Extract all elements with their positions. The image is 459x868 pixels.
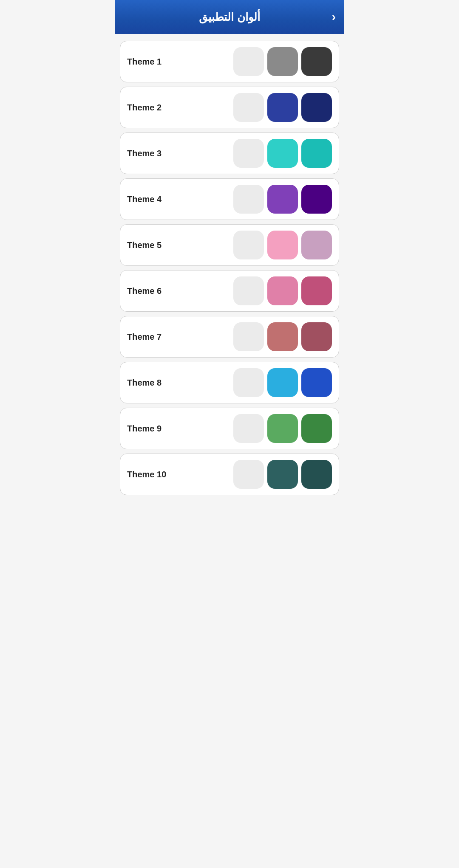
- swatch-5-2: [267, 231, 298, 259]
- swatch-4-1: [233, 185, 264, 214]
- swatch-3-2: [267, 139, 298, 168]
- swatch-3-1: [233, 139, 264, 168]
- theme-list: Theme 1Theme 2Theme 3Theme 4Theme 5Theme…: [115, 34, 344, 502]
- theme-swatches-4: [233, 185, 332, 214]
- theme-swatches-2: [233, 93, 332, 122]
- swatch-8-3: [301, 368, 332, 397]
- swatch-6-2: [267, 276, 298, 305]
- theme-card-7[interactable]: Theme 7: [120, 316, 339, 358]
- back-button[interactable]: ›: [332, 10, 336, 24]
- theme-label-8: Theme 8: [127, 378, 233, 388]
- swatch-5-1: [233, 231, 264, 259]
- swatch-8-1: [233, 368, 264, 397]
- theme-label-3: Theme 3: [127, 149, 233, 158]
- swatch-4-3: [301, 185, 332, 214]
- swatch-6-1: [233, 276, 264, 305]
- swatch-4-2: [267, 185, 298, 214]
- swatch-7-1: [233, 322, 264, 351]
- swatch-9-2: [267, 414, 298, 443]
- swatch-9-1: [233, 414, 264, 443]
- swatch-1-1: [233, 47, 264, 76]
- theme-card-5[interactable]: Theme 5: [120, 224, 339, 266]
- theme-card-10[interactable]: Theme 10: [120, 454, 339, 495]
- theme-swatches-9: [233, 414, 332, 443]
- theme-card-1[interactable]: Theme 1: [120, 41, 339, 82]
- swatch-3-3: [301, 139, 332, 168]
- theme-label-7: Theme 7: [127, 332, 233, 342]
- swatch-7-2: [267, 322, 298, 351]
- theme-card-4[interactable]: Theme 4: [120, 178, 339, 220]
- swatch-2-2: [267, 93, 298, 122]
- swatch-8-2: [267, 368, 298, 397]
- theme-label-2: Theme 2: [127, 103, 233, 113]
- theme-swatches-6: [233, 276, 332, 305]
- header: ألوان التطبيق ›: [115, 0, 344, 34]
- swatch-10-1: [233, 460, 264, 489]
- theme-label-1: Theme 1: [127, 57, 233, 67]
- swatch-10-3: [301, 460, 332, 489]
- swatch-2-3: [301, 93, 332, 122]
- theme-label-9: Theme 9: [127, 424, 233, 434]
- theme-card-8[interactable]: Theme 8: [120, 362, 339, 403]
- swatch-1-2: [267, 47, 298, 76]
- swatch-7-3: [301, 322, 332, 351]
- swatch-2-1: [233, 93, 264, 122]
- theme-swatches-7: [233, 322, 332, 351]
- theme-card-9[interactable]: Theme 9: [120, 408, 339, 449]
- swatch-10-2: [267, 460, 298, 489]
- theme-label-10: Theme 10: [127, 470, 233, 479]
- theme-label-5: Theme 5: [127, 240, 233, 250]
- theme-swatches-10: [233, 460, 332, 489]
- theme-swatches-8: [233, 368, 332, 397]
- theme-card-3[interactable]: Theme 3: [120, 132, 339, 174]
- swatch-6-3: [301, 276, 332, 305]
- header-title: ألوان التطبيق: [199, 11, 260, 24]
- swatch-9-3: [301, 414, 332, 443]
- theme-card-2[interactable]: Theme 2: [120, 87, 339, 128]
- theme-swatches-3: [233, 139, 332, 168]
- theme-swatches-1: [233, 47, 332, 76]
- theme-label-6: Theme 6: [127, 286, 233, 296]
- theme-label-4: Theme 4: [127, 194, 233, 204]
- theme-swatches-5: [233, 231, 332, 259]
- theme-card-6[interactable]: Theme 6: [120, 270, 339, 312]
- swatch-1-3: [301, 47, 332, 76]
- app-container: ألوان التطبيق › Theme 1Theme 2Theme 3The…: [115, 0, 344, 502]
- swatch-5-3: [301, 231, 332, 259]
